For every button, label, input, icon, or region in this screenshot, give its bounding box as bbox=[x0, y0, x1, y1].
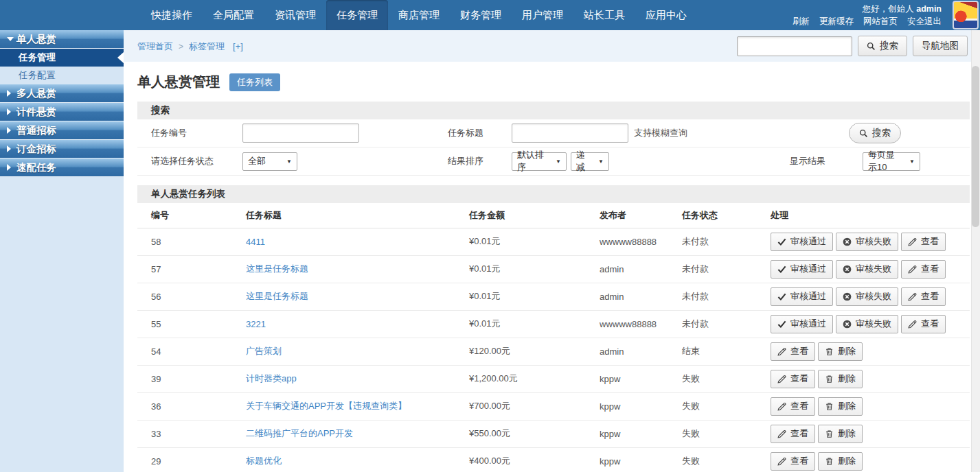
view-button[interactable]: 查看 bbox=[771, 452, 815, 471]
top-navbar: 快捷操作全局配置资讯管理任务管理商店管理财务管理用户管理站长工具应用中心 您好，… bbox=[0, 0, 980, 30]
panel-search-button[interactable]: 搜索 bbox=[849, 123, 901, 143]
publisher-cell: admin bbox=[600, 255, 682, 283]
view-button[interactable]: 查看 bbox=[771, 397, 815, 416]
site-logo[interactable] bbox=[953, 1, 979, 30]
reject-button[interactable]: 审核失败 bbox=[836, 260, 898, 279]
task-table: 编号任务标题任务金额发布者任务状态处理 584411¥0.01元wwwww888… bbox=[137, 203, 970, 472]
task-row: 33二维码推广平台的APP开发¥550.00元kppw失败查看删除 bbox=[137, 420, 970, 447]
task-title-link[interactable]: 广告策划 bbox=[246, 346, 282, 356]
per-page-select[interactable]: 每页显示10 bbox=[863, 152, 920, 171]
nav-tab-5[interactable]: 商店管理 bbox=[388, 0, 450, 30]
nav-map-button[interactable]: 导航地图 bbox=[913, 36, 968, 56]
task-title-cell: 计时器类app bbox=[246, 365, 469, 392]
status-select-value: 全部 bbox=[248, 155, 266, 167]
task-id-cell: 54 bbox=[137, 338, 246, 365]
sidebar-item-任务管理[interactable]: 任务管理 bbox=[0, 49, 124, 67]
check-icon bbox=[777, 320, 786, 329]
view-button[interactable]: 查看 bbox=[771, 342, 815, 361]
nav-tab-2[interactable]: 全局配置 bbox=[203, 0, 264, 30]
approve-button[interactable]: 审核通过 bbox=[771, 315, 833, 333]
nav-tab-7[interactable]: 用户管理 bbox=[512, 0, 573, 30]
delete-button[interactable]: 删除 bbox=[818, 425, 863, 443]
panel-search-label: 搜索 bbox=[872, 127, 891, 139]
nav-map-label: 导航地图 bbox=[922, 40, 959, 52]
delete-button[interactable]: 删除 bbox=[818, 452, 863, 471]
reject-button[interactable]: 审核失败 bbox=[836, 315, 898, 333]
sidebar-section-5[interactable]: 订金招标 bbox=[0, 140, 124, 158]
global-search-input[interactable] bbox=[737, 36, 852, 56]
quick-link-1[interactable]: 刷新 bbox=[793, 16, 810, 27]
sidebar-section-6[interactable]: 速配任务 bbox=[0, 158, 124, 177]
task-list-badge[interactable]: 任务列表 bbox=[229, 73, 280, 91]
status-cell: 未付款 bbox=[682, 228, 771, 255]
status-cell: 未付款 bbox=[682, 283, 771, 310]
task-amount-cell: ¥0.01元 bbox=[469, 228, 600, 255]
view-button[interactable]: 查看 bbox=[901, 260, 946, 279]
pencil-icon bbox=[777, 457, 786, 466]
x-circle-icon bbox=[843, 320, 852, 329]
nav-tab-4[interactable]: 任务管理 bbox=[326, 0, 388, 30]
status-cell: 失败 bbox=[682, 392, 771, 420]
view-button[interactable]: 查看 bbox=[771, 370, 815, 388]
delete-button[interactable]: 删除 bbox=[818, 370, 863, 388]
breadcrumb-link-1[interactable]: 管理首页 bbox=[137, 41, 173, 51]
task-title-link[interactable]: 二维码推广平台的APP开发 bbox=[246, 428, 353, 438]
pencil-icon bbox=[777, 402, 786, 411]
delete-button-label: 删除 bbox=[838, 455, 856, 467]
order-select[interactable]: 递减 bbox=[571, 152, 609, 171]
view-button[interactable]: 查看 bbox=[901, 287, 946, 306]
task-title-link[interactable]: 标题优化 bbox=[246, 456, 282, 466]
task-title-label: 任务标题 bbox=[448, 127, 512, 139]
task-list-header: 单人悬赏任务列表 bbox=[137, 185, 970, 203]
breadcrumb-link-2[interactable]: 标签管理 bbox=[189, 41, 225, 51]
nav-tab-6[interactable]: 财务管理 bbox=[450, 0, 512, 30]
reject-button[interactable]: 审核失败 bbox=[836, 233, 898, 251]
task-title-link[interactable]: 计时器类app bbox=[246, 373, 297, 384]
nav-tab-8[interactable]: 站长工具 bbox=[573, 0, 635, 30]
approve-button[interactable]: 审核通过 bbox=[771, 233, 833, 251]
pencil-icon bbox=[908, 292, 917, 301]
approve-button[interactable]: 审核通过 bbox=[771, 260, 833, 279]
sidebar-section-1[interactable]: 单人悬赏 bbox=[0, 30, 124, 49]
approve-button-label: 审核通过 bbox=[790, 235, 826, 248]
quick-link-4[interactable]: 安全退出 bbox=[907, 16, 942, 27]
x-circle-icon bbox=[843, 265, 852, 274]
nav-tab-9[interactable]: 应用中心 bbox=[635, 0, 697, 30]
user-area: 您好，创始人 admin 刷新更新缓存网站首页安全退出 bbox=[793, 0, 948, 30]
sort-select[interactable]: 默认排序 bbox=[512, 152, 567, 171]
task-title-input[interactable] bbox=[512, 123, 628, 143]
sidebar-section-3[interactable]: 计件悬赏 bbox=[0, 103, 124, 121]
status-select[interactable]: 全部 bbox=[242, 152, 297, 171]
task-title-link[interactable]: 3221 bbox=[246, 319, 266, 329]
sidebar-section-label: 普通招标 bbox=[16, 125, 56, 136]
reject-button-label: 审核失败 bbox=[856, 290, 891, 303]
task-id-input[interactable] bbox=[242, 123, 359, 143]
approve-button[interactable]: 审核通过 bbox=[771, 287, 833, 306]
view-button-label: 查看 bbox=[921, 290, 939, 303]
task-title-link[interactable]: 关于车辆交通的APP开发【违规查询类】 bbox=[246, 401, 407, 411]
delete-button[interactable]: 删除 bbox=[818, 342, 863, 361]
quick-link-3[interactable]: 网站首页 bbox=[863, 16, 898, 27]
global-search-button[interactable]: 搜索 bbox=[858, 36, 907, 56]
sidebar-section-2[interactable]: 多人悬赏 bbox=[0, 84, 124, 103]
x-circle-icon bbox=[843, 292, 852, 301]
nav-tab-1[interactable]: 快捷操作 bbox=[141, 0, 203, 30]
nav-tab-3[interactable]: 资讯管理 bbox=[264, 0, 326, 30]
view-button[interactable]: 查看 bbox=[771, 425, 815, 443]
view-button[interactable]: 查看 bbox=[901, 315, 946, 333]
status-cell: 结束 bbox=[682, 338, 771, 365]
fuzzy-hint: 支持模糊查询 bbox=[634, 127, 687, 139]
sidebar-section-4[interactable]: 普通招标 bbox=[0, 121, 124, 140]
task-title-link[interactable]: 这里是任务标题 bbox=[246, 291, 308, 301]
task-title-link[interactable]: 这里是任务标题 bbox=[246, 263, 308, 274]
sidebar-item-任务配置[interactable]: 任务配置 bbox=[0, 67, 124, 84]
delete-button[interactable]: 删除 bbox=[818, 397, 863, 416]
task-title-link[interactable]: 4411 bbox=[246, 237, 265, 247]
quick-link-2[interactable]: 更新缓存 bbox=[819, 16, 854, 27]
approve-button-label: 审核通过 bbox=[790, 318, 826, 330]
breadcrumb-add-link[interactable]: [+] bbox=[233, 41, 243, 51]
view-button[interactable]: 查看 bbox=[901, 233, 946, 251]
column-header: 任务标题 bbox=[246, 203, 469, 228]
scrollbar-thumb[interactable] bbox=[972, 66, 979, 227]
reject-button[interactable]: 审核失败 bbox=[836, 287, 898, 306]
